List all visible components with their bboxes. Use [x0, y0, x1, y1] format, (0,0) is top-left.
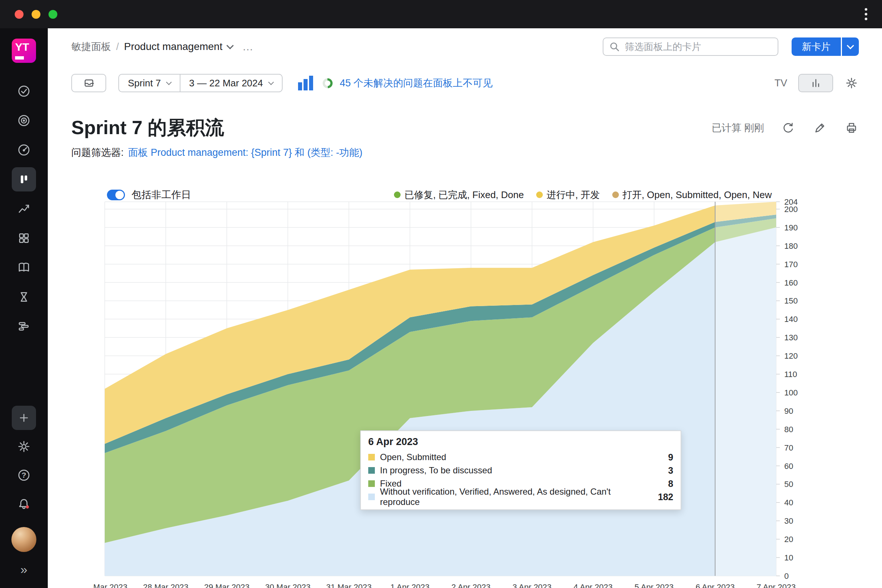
svg-text:10: 10	[784, 553, 793, 562]
sidebar-item-dashboards[interactable]	[12, 138, 36, 162]
cumulative-flow-chart[interactable]: 0102030405060708090100110120130140150160…	[92, 198, 882, 588]
board-name-dropdown[interactable]: Product management	[124, 41, 233, 52]
tooltip-value: 8	[668, 478, 673, 489]
svg-text:30: 30	[784, 516, 793, 525]
sidebar-item-projects[interactable]	[12, 108, 36, 133]
swatch	[368, 494, 375, 500]
header-right-controls: 新卡片	[603, 38, 859, 56]
swatch	[368, 467, 375, 474]
sidebar-item-help[interactable]: ?	[12, 463, 36, 487]
svg-text:1 Apr 2023: 1 Apr 2023	[390, 582, 429, 588]
gear-icon	[845, 76, 858, 90]
sidebar-item-gantt[interactable]	[12, 314, 36, 339]
sidebar-collapse-button[interactable]: »	[12, 560, 36, 579]
sidebar-bottom-nav: ? »	[11, 406, 36, 579]
svg-text:130: 130	[784, 333, 798, 342]
edit-report-button[interactable]	[813, 120, 827, 135]
legend-dot	[394, 192, 400, 198]
tv-mode-button[interactable]: TV	[774, 78, 787, 89]
sidebar-nav	[12, 79, 36, 339]
help-icon: ?	[17, 468, 31, 482]
main-content: 敏捷面板 / Product management … 新卡片	[48, 28, 882, 588]
chart-tooltip: 6 Apr 2023 Open, Submitted 9 In progress…	[360, 430, 681, 510]
tooltip-row-without-verification: Without verification, Verified, Answered…	[368, 490, 673, 504]
close-window-button[interactable]	[15, 10, 24, 19]
sidebar-item-notifications[interactable]	[12, 492, 36, 516]
logo-text: YT	[15, 41, 29, 53]
sprint-date-range-selector[interactable]: 3 — 22 Mar 2024	[180, 75, 282, 92]
tooltip-value: 9	[668, 452, 673, 463]
window-titlebar	[0, 0, 882, 28]
plus-icon	[17, 411, 31, 425]
settings-gear-icon	[17, 440, 31, 453]
sidebar-item-apps[interactable]	[12, 226, 36, 250]
apps-grid-icon	[17, 231, 31, 245]
svg-text:204: 204	[784, 198, 798, 207]
window-menu-icon[interactable]	[865, 8, 867, 20]
sidebar-item-reports[interactable]	[12, 196, 36, 221]
refresh-icon	[782, 121, 795, 135]
svg-text:29 Mar 2023: 29 Mar 2023	[204, 582, 249, 588]
tooltip-label: Without verification, Verified, Answered…	[380, 487, 652, 507]
sidebar-item-agile-boards[interactable]	[12, 167, 36, 192]
svg-text:90: 90	[784, 406, 793, 416]
minimize-window-button[interactable]	[32, 10, 40, 19]
user-avatar[interactable]	[11, 527, 36, 552]
svg-text:180: 180	[784, 242, 798, 250]
notifications-bell-icon	[17, 497, 31, 511]
expand-chevrons-icon: »	[21, 563, 28, 576]
sprint-progress-chart-icon[interactable]	[298, 76, 313, 90]
svg-text:170: 170	[784, 260, 798, 269]
tooltip-value: 3	[668, 465, 673, 476]
recalculate-button[interactable]	[781, 120, 796, 135]
sidebar-create-button[interactable]	[12, 406, 36, 430]
card-filter-search[interactable]	[603, 38, 778, 56]
sidebar-item-settings[interactable]	[12, 434, 36, 459]
sprint-progress-donut-icon[interactable]	[322, 78, 333, 88]
new-card-dropdown-button[interactable]	[842, 38, 859, 56]
print-report-button[interactable]	[844, 120, 859, 135]
chevron-down-icon	[847, 42, 854, 49]
board-settings-button[interactable]	[844, 76, 859, 90]
svg-text:60: 60	[784, 462, 793, 471]
backlog-panel-button[interactable]	[71, 74, 106, 92]
tooltip-row-in-progress: In progress, To be discussed 3	[368, 464, 673, 477]
swatch	[368, 454, 375, 460]
printer-icon	[845, 121, 858, 135]
zoom-window-button[interactable]	[48, 10, 57, 19]
search-icon	[609, 42, 620, 52]
svg-text:50: 50	[784, 480, 793, 489]
timesheets-hourglass-icon	[17, 290, 31, 304]
youtrack-logo[interactable]: YT	[12, 39, 36, 63]
dashboards-gauge-icon	[17, 143, 31, 157]
board-more-options-button[interactable]: …	[242, 40, 254, 53]
svg-text:80: 80	[784, 425, 793, 434]
tasks-icon	[17, 84, 31, 98]
unresolved-issues-link[interactable]: 45 个未解决的问题在面板上不可见	[340, 76, 493, 90]
svg-text:27 Mar 2023: 27 Mar 2023	[92, 582, 128, 588]
calculated-status: 已计算 刚刚	[711, 121, 764, 135]
svg-text:7 Apr 2023: 7 Apr 2023	[757, 582, 796, 588]
svg-text:40: 40	[784, 498, 793, 507]
filter-query-link[interactable]: 面板 Product management: {Sprint 7} 和 (类型:…	[128, 146, 363, 159]
tooltip-date: 6 Apr 2023	[368, 436, 673, 448]
chart-view-toggle-button[interactable]	[798, 74, 833, 92]
notification-dot	[26, 506, 28, 508]
chevron-down-icon	[226, 42, 234, 49]
svg-text:4 Apr 2023: 4 Apr 2023	[574, 582, 613, 588]
search-input[interactable]	[624, 41, 772, 53]
svg-text:6 Apr 2023: 6 Apr 2023	[696, 582, 735, 588]
svg-text:110: 110	[784, 370, 797, 379]
breadcrumb-agile-boards[interactable]: 敏捷面板	[71, 40, 111, 53]
svg-text:150: 150	[784, 296, 798, 305]
svg-text:28 Mar 2023: 28 Mar 2023	[143, 582, 189, 588]
sidebar-item-tasks[interactable]	[12, 79, 36, 103]
new-card-button[interactable]: 新卡片	[792, 38, 841, 56]
svg-text:160: 160	[784, 278, 798, 287]
svg-text:190: 190	[784, 223, 798, 232]
sidebar-item-knowledge-base[interactable]	[12, 255, 36, 280]
sprint-selector[interactable]: Sprint 7	[119, 75, 180, 92]
projects-target-icon	[17, 114, 31, 128]
reports-trend-icon	[17, 202, 31, 216]
sidebar-item-timesheets[interactable]	[12, 285, 36, 309]
